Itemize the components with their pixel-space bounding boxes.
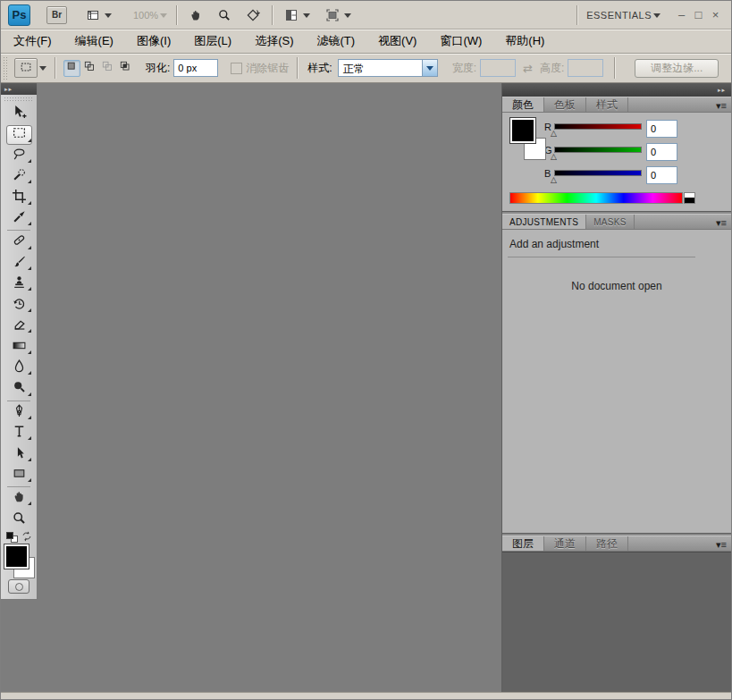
gradient-icon [12, 338, 27, 357]
blur-tool[interactable] [1, 358, 38, 378]
rectangular-marquee-tool[interactable] [1, 124, 38, 145]
default-colors-icon[interactable] [6, 532, 13, 539]
intersect-selection-button[interactable] [117, 60, 134, 77]
path-selection-icon [12, 445, 27, 464]
blue-slider-marker[interactable]: △ [551, 175, 557, 184]
arrange-documents-dropdown-arrow[interactable] [303, 13, 310, 21]
green-slider-marker[interactable]: △ [551, 152, 557, 161]
color-panel-menu-icon[interactable]: ▾≡ [716, 97, 727, 114]
tab-swatches[interactable]: 色板 [544, 97, 586, 112]
options-separator [55, 57, 55, 79]
zoom-tool-icon[interactable] [215, 5, 234, 25]
menu-view[interactable]: 视图(V) [378, 33, 416, 49]
options-bar-grip[interactable] [3, 56, 7, 80]
green-slider-track[interactable] [554, 147, 642, 153]
screen-mode-dropdown-arrow[interactable] [344, 13, 351, 21]
feather-label: 羽化: [146, 61, 170, 76]
blue-slider-row: B △ [502, 164, 731, 184]
foreground-color-swatch[interactable] [4, 544, 29, 569]
workspace-switcher[interactable]: ESSENTIALS [586, 10, 652, 21]
tab-paths[interactable]: 路径 [586, 536, 628, 551]
restore-button[interactable]: □ [690, 7, 707, 23]
style-dropdown-arrow-button[interactable] [422, 60, 437, 76]
rotate-view-icon[interactable] [243, 5, 263, 25]
minimize-button[interactable]: – [673, 7, 690, 23]
launch-bridge-button[interactable]: Br [46, 6, 67, 24]
blue-value-input[interactable] [646, 166, 677, 184]
gradient-tool[interactable] [1, 336, 38, 357]
adjustments-panel-content: Add an adjustment No document open [502, 230, 731, 533]
menu-bar: 文件(F) 编辑(E) 图像(I) 图层(L) 选择(S) 滤镜(T) 视图(V… [1, 30, 731, 54]
tools-panel-grip[interactable] [4, 97, 34, 102]
hand-tool[interactable] [1, 488, 38, 509]
quick-selection-icon [12, 167, 27, 186]
width-field [480, 59, 516, 77]
tab-masks[interactable]: MASKS [586, 215, 635, 229]
feather-input[interactable] [173, 59, 218, 77]
red-value-input[interactable] [646, 120, 677, 138]
crop-tool[interactable] [1, 187, 38, 207]
view-extras-dropdown-arrow[interactable] [105, 13, 112, 21]
quick-mask-button[interactable] [8, 579, 29, 594]
workspace-dropdown-arrow[interactable] [653, 13, 660, 21]
close-button[interactable]: × [707, 7, 724, 23]
arrange-documents-icon[interactable] [282, 5, 301, 25]
green-value-input[interactable] [646, 143, 677, 161]
menu-edit[interactable]: 编辑(E) [75, 33, 114, 49]
new-selection-button[interactable] [63, 60, 80, 77]
tab-styles[interactable]: 样式 [586, 97, 628, 112]
add-to-selection-button[interactable] [81, 60, 98, 77]
eyedropper-tool[interactable] [1, 208, 38, 229]
menu-layer[interactable]: 图层(L) [194, 33, 231, 49]
spot-healing-brush-tool[interactable] [1, 232, 38, 252]
menu-filter[interactable]: 滤镜(T) [316, 33, 355, 49]
color-spectrum-ramp[interactable] [509, 192, 683, 204]
tab-adjustments[interactable]: ADJUSTMENTS [502, 215, 586, 229]
adjustments-panel-menu-icon[interactable]: ▾≡ [716, 215, 727, 231]
history-brush-tool[interactable] [1, 294, 38, 315]
quick-mask-icon [15, 583, 23, 591]
layers-panel-menu-icon[interactable]: ▾≡ [716, 536, 727, 552]
menu-select[interactable]: 选择(S) [255, 33, 293, 49]
blue-slider-track[interactable] [554, 170, 642, 176]
hand-tool-icon[interactable] [186, 5, 206, 25]
tab-layers[interactable]: 图层 [502, 536, 544, 551]
type-tool[interactable] [1, 423, 38, 443]
clone-stamp-tool[interactable] [1, 274, 38, 294]
dock-collapse-icon[interactable]: ▸▸ [502, 83, 731, 97]
spectrum-bw-cap[interactable] [684, 192, 695, 204]
subtract-from-selection-button[interactable] [99, 60, 116, 77]
red-slider-track[interactable] [554, 123, 642, 130]
pen-tool[interactable] [1, 401, 38, 422]
rectangle-shape-tool[interactable] [1, 465, 38, 485]
menu-file[interactable]: 文件(F) [13, 33, 52, 49]
zoom-tool[interactable] [1, 509, 38, 529]
dodge-tool[interactable] [1, 378, 38, 399]
height-label: 高度: [540, 61, 564, 76]
screen-mode-icon[interactable] [323, 5, 342, 25]
style-dropdown[interactable]: 正常 [338, 59, 438, 77]
red-slider-marker[interactable]: △ [551, 129, 557, 138]
tool-group-separator [7, 230, 30, 231]
panel-foreground-swatch[interactable] [510, 118, 535, 143]
refine-edge-button: 调整边缘... [635, 59, 719, 78]
brush-tool[interactable] [1, 253, 38, 274]
tab-color[interactable]: 颜色 [502, 97, 544, 112]
style-dropdown-value: 正常 [339, 60, 422, 76]
menu-window[interactable]: 窗口(W) [440, 33, 482, 49]
pen-icon [12, 403, 27, 422]
tool-options-bar: 羽化: 消除锯齿 样式: 正常 宽度: ⇄ 高度: 调整边缘... [1, 54, 731, 83]
menu-image[interactable]: 图像(I) [137, 33, 171, 49]
move-tool[interactable] [1, 104, 38, 124]
quick-selection-tool[interactable] [1, 166, 38, 187]
tool-preset-button[interactable] [14, 58, 38, 78]
style-label: 样式: [307, 61, 332, 76]
tab-channels[interactable]: 通道 [544, 536, 586, 551]
path-selection-tool[interactable] [1, 443, 38, 464]
eraser-tool[interactable] [1, 316, 38, 336]
lasso-tool[interactable] [1, 146, 38, 166]
view-extras-icon[interactable] [83, 5, 103, 25]
menu-help[interactable]: 帮助(H) [505, 33, 544, 49]
tool-preset-dropdown-arrow[interactable] [39, 66, 46, 74]
tools-panel-collapse-icon[interactable]: ▸▸ [1, 83, 37, 95]
